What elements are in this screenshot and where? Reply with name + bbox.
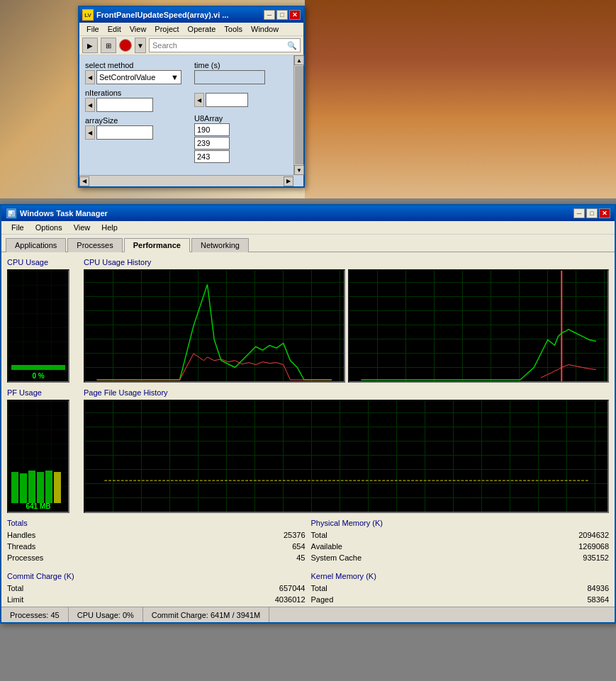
totals-box: Totals Handles 25376 Threads 654 Process…	[7, 519, 306, 563]
u8array-val-0: 190	[194, 123, 230, 136]
tm-menu-view[interactable]: View	[68, 223, 96, 232]
taskmanager-close-button[interactable]: ✕	[599, 208, 610, 218]
svg-rect-5	[28, 471, 35, 503]
taskmanager-body: CPU Usage 0 %	[1, 252, 615, 622]
labview-toolbar: ▶ ⊞ ▼ 🔍	[79, 36, 303, 55]
cpu-history-label: CPU Usage History	[84, 258, 609, 266]
phys-available-value: 1269068	[578, 541, 609, 552]
pf-history-svg	[85, 401, 607, 512]
phys-syscache-label: System Cache	[311, 552, 362, 563]
lv-menu-project[interactable]: Project	[150, 24, 183, 34]
tab-networking[interactable]: Networking	[191, 238, 249, 252]
taskmanager-window: 📊 Windows Task Manager ─ □ ✕ File Option…	[0, 204, 616, 624]
niterations-group: nIterations ◀ 10000	[85, 89, 189, 112]
cpu-left: CPU Usage 0 %	[7, 258, 78, 383]
phys-available-row: Available 1269068	[311, 541, 610, 552]
niterations-input[interactable]: 10000	[96, 98, 153, 112]
numeric-arrow[interactable]: ◀	[194, 93, 204, 107]
labview-content: select method ◀ SetControlValue ▼ nItera…	[79, 55, 303, 186]
svg-rect-7	[45, 471, 52, 503]
labview-maximize-button[interactable]: □	[276, 10, 288, 20]
cpu-right: CPU Usage History	[84, 258, 609, 383]
lv-run-btn[interactable]	[119, 39, 132, 52]
cpu-bar-container	[11, 276, 65, 370]
lv-toolbar-btn1[interactable]: ▶	[82, 38, 98, 53]
totals-handles-value: 25376	[284, 529, 306, 541]
totals-threads-label: Threads	[7, 541, 35, 552]
lv-hscrollbar[interactable]: ◀ ▶	[79, 175, 293, 186]
pf-small-graph: 641 MB	[7, 400, 69, 513]
cpu-section: CPU Usage 0 %	[7, 258, 609, 383]
svg-rect-4	[20, 473, 27, 503]
tab-performance[interactable]: Performance	[124, 238, 190, 252]
u8array-values: 190 239 243	[194, 123, 298, 163]
tab-processes[interactable]: Processes	[67, 238, 122, 252]
lv-scroll-down[interactable]: ▼	[294, 165, 304, 175]
lv-toolbar-btn2[interactable]: ⊞	[101, 38, 116, 53]
niterations-arrow[interactable]: ◀	[85, 98, 95, 112]
commit-limit-row: Limit 4036012	[7, 594, 306, 605]
lv-menu-file[interactable]: File	[82, 24, 103, 34]
arraysize-arrow[interactable]: ◀	[85, 125, 95, 140]
lv-menu-view[interactable]: View	[125, 24, 151, 34]
select-method-dropdown[interactable]: SetControlValue ▼	[96, 70, 181, 84]
lv-menu-window[interactable]: Window	[247, 24, 283, 34]
labview-titlebar: LV FrontPanelUpdateSpeed(array).vi ... ─…	[79, 7, 303, 23]
totals-handles-label: Handles	[7, 529, 35, 541]
lv-menu-tools[interactable]: Tools	[220, 24, 247, 34]
taskmanager-minimize-button[interactable]: ─	[573, 208, 585, 218]
kernel-paged-row: Paged 58364	[311, 594, 610, 605]
select-method-row: ◀ SetControlValue ▼	[85, 70, 189, 84]
physical-memory-title: Physical Memory (K)	[311, 519, 610, 527]
numeric-group: ◀ 0	[194, 93, 298, 107]
select-method-label: select method	[85, 61, 189, 69]
lv-toolbar-dropdown[interactable]: ▼	[135, 38, 146, 53]
svg-rect-8	[54, 472, 61, 503]
svg-rect-6	[37, 472, 44, 503]
cpu-small-graph: 0 %	[7, 269, 69, 383]
lv-scroll-left[interactable]: ◀	[79, 176, 89, 186]
lv-search-input[interactable]	[152, 41, 287, 50]
physical-memory-box: Physical Memory (K) Total 2094632 Availa…	[311, 519, 610, 563]
lv-scroll-right[interactable]: ▶	[284, 176, 293, 186]
arraysize-input[interactable]: 1000000	[96, 125, 153, 140]
lv-scroll-thumb[interactable]	[295, 66, 303, 164]
page-file-label: Page File Usage History	[84, 388, 609, 397]
lv-left-fields: select method ◀ SetControlValue ▼ nItera…	[85, 61, 189, 163]
lv-menu-edit[interactable]: Edit	[103, 24, 125, 34]
totals-processes-value: 45	[296, 552, 305, 563]
commit-limit-value: 4036012	[275, 594, 306, 605]
lv-right-fields: time (s) 2.3452m ◀ 0 U8Array 190 239 243	[194, 61, 298, 163]
select-method-value: SetControlValue	[99, 73, 155, 81]
taskmanager-title-left: 📊 Windows Task Manager	[6, 208, 108, 219]
phys-total-label: Total	[311, 529, 327, 541]
statusbar-processes: Processes: 45	[1, 607, 69, 622]
lv-search-box[interactable]: 🔍	[149, 38, 301, 52]
labview-win-buttons: ─ □ ✕	[264, 10, 301, 20]
phys-available-label: Available	[311, 541, 342, 552]
labview-close-button[interactable]: ✕	[289, 10, 301, 20]
taskmanager-tabs: Applications Processes Performance Netwo…	[1, 235, 615, 252]
tm-menu-help[interactable]: Help	[96, 223, 123, 232]
tm-menu-options[interactable]: Options	[30, 223, 68, 232]
numeric-input[interactable]: 0	[206, 93, 248, 107]
cpu-history-svg-right	[349, 271, 608, 381]
lv-scroll-up[interactable]: ▲	[294, 55, 304, 65]
pf-left: PF Usage	[7, 388, 78, 513]
select-method-arrow-left[interactable]: ◀	[85, 70, 95, 84]
u8array-val-2: 243	[194, 150, 230, 163]
lv-menu-operate[interactable]: Operate	[184, 24, 220, 34]
search-icon: 🔍	[287, 41, 297, 50]
labview-minimize-button[interactable]: ─	[264, 10, 275, 20]
time-input[interactable]: 2.3452m	[194, 70, 265, 84]
labview-title-left: LV FrontPanelUpdateSpeed(array).vi ...	[82, 9, 228, 21]
labview-icon: LV	[82, 9, 94, 21]
phys-total-row: Total 2094632	[311, 529, 610, 541]
tab-applications[interactable]: Applications	[6, 238, 66, 252]
totals-threads-row: Threads 654	[7, 541, 306, 552]
lv-vscrollbar[interactable]: ▲ ▼	[293, 55, 303, 175]
commit-limit-label: Limit	[7, 594, 23, 605]
taskmanager-maximize-button[interactable]: □	[586, 208, 598, 218]
statusbar-commit-charge: Commit Charge: 641M / 3941M	[143, 607, 269, 622]
tm-menu-file[interactable]: File	[6, 223, 30, 232]
